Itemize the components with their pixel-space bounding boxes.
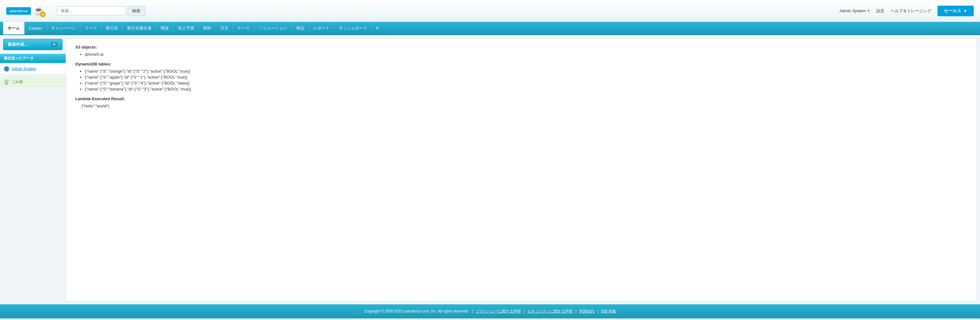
admin-menu[interactable]: Admin System ▼ xyxy=(839,8,870,13)
admin-user-name: Admin System xyxy=(839,8,865,13)
dynamo-title: DynamoDB tables: xyxy=(75,62,967,66)
s3-title: S3 objects: xyxy=(75,45,967,50)
footer-terms-link[interactable]: 利用規約 xyxy=(579,309,594,314)
salesforce-logo: salesforce xyxy=(6,7,31,15)
nav-item-case[interactable]: ケース xyxy=(233,22,255,34)
header-right: Admin System ▼ 設定 ヘルプ＆トレーニング セールス ▼ xyxy=(839,6,974,16)
trash-label: ごみ箱 xyxy=(11,79,23,85)
nav-item-account[interactable]: 取引先 xyxy=(102,22,123,34)
new-create-arrow: ▼ xyxy=(51,42,58,47)
settings-link[interactable]: 設定 xyxy=(876,8,885,14)
nav-item-home[interactable]: ホーム xyxy=(3,22,24,34)
main-layout: 新規作成... ▼ 最近使ったデータ 👤 Admin System 🗑️ ごみ箱… xyxy=(0,35,980,304)
sidebar-admin-name: Admin System xyxy=(12,67,36,71)
content-area: S3 objects: iphone5.ai DynamoDB tables: … xyxy=(65,38,977,301)
footer: Copyright © 2000-2015 salesforce.com, in… xyxy=(0,304,980,318)
coffee-cup-icon: ☕ 16 xyxy=(33,6,45,16)
sales-button[interactable]: セールス ▼ xyxy=(937,6,974,16)
nav-bar: ホーム Chatter キャンペーン リード 取引先 取引先責任者 商談 売上予… xyxy=(0,22,980,35)
logo-area: salesforce ☕ 16 xyxy=(6,6,45,16)
footer-security-link[interactable]: セキュリティに関する声明 xyxy=(528,309,573,314)
footer-sep-1: | xyxy=(472,309,474,314)
footer-508-link[interactable]: 508 準拠 xyxy=(601,309,616,314)
lambda-result: {"hello":"world"} xyxy=(81,104,967,108)
new-create-label: 新規作成... xyxy=(8,42,27,47)
admin-dropdown-arrow: ▼ xyxy=(867,9,870,13)
search-button[interactable]: 検索 xyxy=(127,6,145,16)
dynamo-list: {"name":{"S":"orange"},"id":{"S":"2"},"a… xyxy=(75,69,967,91)
s3-list: iphone5.ai xyxy=(75,52,967,57)
search-input[interactable] xyxy=(57,6,126,15)
sidebar-admin-user[interactable]: 👤 Admin System xyxy=(0,64,65,74)
nav-item-order[interactable]: 注文 xyxy=(216,22,233,34)
dynamo-item-1: {"name":{"S":"apple"},"id":{"S":"1"},"ac… xyxy=(85,75,967,80)
sidebar: 新規作成... ▼ 最近使ったデータ 👤 Admin System 🗑️ ごみ箱 xyxy=(0,35,65,304)
nav-item-lead[interactable]: リード xyxy=(80,22,102,34)
nav-item-report[interactable]: レポート xyxy=(309,22,334,34)
recent-data-title: 最近使ったデータ xyxy=(0,54,65,63)
help-training-link[interactable]: ヘルプ＆トレーニング xyxy=(891,8,931,14)
nav-item-contact[interactable]: 取引先責任者 xyxy=(123,22,156,34)
footer-copyright: Copyright © 2000-2015 salesforce.com, in… xyxy=(364,309,469,314)
nav-item-dashboard[interactable]: ダッシュボード xyxy=(334,22,372,34)
nav-item-campaign[interactable]: キャンペーン xyxy=(47,22,80,34)
header: salesforce ☕ 16 検索 Admin System ▼ 設定 ヘルプ… xyxy=(0,0,980,22)
footer-sep-2: | xyxy=(524,309,526,314)
dynamo-item-3: {"name":{"S":"banana"},"id":{"S":"3"},"a… xyxy=(85,87,967,91)
nav-item-solution[interactable]: ソリューション xyxy=(255,22,292,34)
s3-item-0: iphone5.ai xyxy=(85,52,967,57)
sales-button-label: セールス xyxy=(944,8,961,14)
search-area: 検索 xyxy=(57,6,145,16)
footer-privacy-link[interactable]: プライバシーに関する声明 xyxy=(476,309,520,314)
nav-item-product[interactable]: 商品 xyxy=(292,22,309,34)
badge-16: 16 xyxy=(40,11,46,17)
sales-dropdown-arrow: ▼ xyxy=(963,8,967,13)
dynamo-item-0: {"name":{"S":"orange"},"id":{"S":"2"},"a… xyxy=(85,69,967,74)
nav-item-chatter[interactable]: Chatter xyxy=(24,22,47,34)
new-create-button[interactable]: 新規作成... ▼ xyxy=(3,39,62,50)
nav-item-opportunity[interactable]: 商談 xyxy=(156,22,173,34)
footer-sep-4: | xyxy=(597,309,599,314)
dynamo-item-2: {"name":{"S":"grape"},"id":{"S":"4"},"ac… xyxy=(85,81,967,85)
trash-icon: 🗑️ xyxy=(4,80,9,85)
user-avatar-icon: 👤 xyxy=(4,66,10,72)
nav-item-contract[interactable]: 契約 xyxy=(199,22,216,34)
trash-section[interactable]: 🗑️ ごみ箱 xyxy=(0,77,65,87)
nav-plus-button[interactable]: + xyxy=(372,22,383,34)
lambda-title: Lambda Executed Result: xyxy=(75,96,967,101)
nav-item-forecast[interactable]: 売上予測 xyxy=(173,22,199,34)
footer-sep-3: | xyxy=(576,309,578,314)
